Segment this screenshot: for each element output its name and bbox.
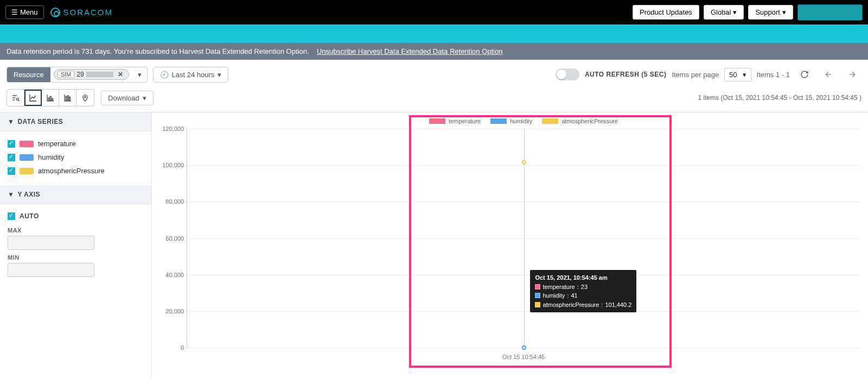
sidebar: ▼ DATA SERIES temperature humidity atmos… xyxy=(0,112,152,379)
menu-label: Menu xyxy=(20,8,38,16)
series-label: temperature xyxy=(38,140,76,148)
view-mode-group xyxy=(7,89,94,106)
notice-text: Data retention period is 731 days. You'r… xyxy=(7,47,309,55)
chart-tooltip: Oct 15, 2021, 10:54:45 am temperature: 2… xyxy=(530,270,636,312)
time-range-button[interactable]: 🕘 Last 24 hours ▾ xyxy=(153,67,229,83)
sim-value: 29 xyxy=(76,71,84,78)
highlight-annotation xyxy=(409,115,672,368)
topbar-right: Product Updates Global▾ Support▾ xyxy=(633,4,863,21)
refresh-icon xyxy=(800,70,809,79)
global-button[interactable]: Global▾ xyxy=(704,5,744,20)
auto-refresh-toggle[interactable] xyxy=(556,68,579,80)
list-search-icon xyxy=(11,93,20,102)
retention-notice: Data retention period is 731 days. You'r… xyxy=(0,43,868,60)
arrow-right-icon xyxy=(848,70,857,79)
view-stacked-chart-button[interactable] xyxy=(59,90,76,106)
view-map-button[interactable] xyxy=(76,90,94,106)
min-label: MIN xyxy=(8,254,144,261)
svg-rect-1 xyxy=(48,98,49,100)
data-series-body: temperature humidity atmosphericPressure xyxy=(0,131,151,185)
caret-down-icon: ▾ xyxy=(143,94,146,102)
download-button[interactable]: Download ▾ xyxy=(101,91,154,105)
redacted-value xyxy=(86,72,113,77)
brand-logo[interactable]: SORACOM xyxy=(50,8,113,17)
svg-rect-3 xyxy=(52,98,53,100)
stacked-chart-icon xyxy=(63,93,72,102)
pin-icon xyxy=(81,93,90,102)
next-page-button[interactable] xyxy=(843,65,861,84)
caret-down-icon: ▼ xyxy=(8,191,14,198)
items-range: Items 1 - 1 xyxy=(757,71,790,79)
y-axis-auto-row[interactable]: AUTO xyxy=(8,210,144,223)
y-axis-body: AUTO MAX MIN xyxy=(0,204,151,285)
data-series-header[interactable]: ▼ DATA SERIES xyxy=(0,112,151,131)
max-input[interactable] xyxy=(8,236,94,250)
prev-page-button[interactable] xyxy=(819,65,838,84)
remove-chip-icon[interactable]: ✕ xyxy=(116,71,125,78)
support-button[interactable]: Support▾ xyxy=(748,5,793,20)
items-summary: 1 items (Oct 15, 2021 10:54:45 - Oct 15,… xyxy=(698,94,861,102)
viewbar: Download ▾ 1 items (Oct 15, 2021 10:54:4… xyxy=(0,89,868,112)
min-input[interactable] xyxy=(8,263,94,277)
series-checkbox[interactable] xyxy=(8,154,15,161)
soracom-icon xyxy=(50,8,60,17)
sim-tag: SIM xyxy=(58,71,75,78)
auto-label: AUTO xyxy=(20,212,39,220)
account-chip[interactable] xyxy=(797,4,863,21)
series-checkbox[interactable] xyxy=(8,167,15,175)
tooltip-row-humidity: humidity: 41 xyxy=(535,291,631,300)
svg-rect-4 xyxy=(66,96,67,100)
series-row-humidity[interactable]: humidity xyxy=(8,150,144,164)
series-checkbox[interactable] xyxy=(8,140,15,148)
caret-down-icon: ▾ xyxy=(743,71,746,79)
tooltip-row-temperature: temperature: 23 xyxy=(535,282,631,292)
svg-rect-5 xyxy=(67,96,68,100)
caret-down-icon: ▼ xyxy=(8,118,14,125)
svg-rect-6 xyxy=(69,97,70,100)
caret-down-icon: ▾ xyxy=(733,8,737,16)
series-row-pressure[interactable]: atmosphericPressure xyxy=(8,164,144,178)
line-chart-icon xyxy=(29,93,37,102)
range-label: Last 24 hours xyxy=(172,71,215,79)
max-label: MAX xyxy=(8,227,144,234)
series-swatch xyxy=(20,154,34,161)
series-label: humidity xyxy=(38,153,64,161)
view-line-chart-button[interactable] xyxy=(24,90,42,106)
bar-chart-icon xyxy=(46,93,55,102)
content: ▼ DATA SERIES temperature humidity atmos… xyxy=(0,112,868,379)
refresh-button[interactable] xyxy=(795,65,814,84)
tooltip-timestamp: Oct 15, 2021, 10:54:45 am xyxy=(535,273,631,282)
caret-down-icon[interactable]: ▾ xyxy=(132,71,147,79)
view-search-button[interactable] xyxy=(7,90,24,106)
svg-rect-2 xyxy=(50,96,51,100)
unsubscribe-link[interactable]: Unsubscribe Harvest Data Extended Data R… xyxy=(317,47,503,55)
caret-down-icon: ▾ xyxy=(782,8,786,16)
series-swatch xyxy=(20,168,34,174)
page-title-bar xyxy=(0,24,868,43)
chart-wrapper: temperature humidity atmosphericPressure… xyxy=(187,118,860,368)
series-label: atmosphericPressure xyxy=(38,167,105,175)
hamburger-icon: ☰ xyxy=(11,8,18,16)
topbar: ☰ Menu SORACOM Product Updates Global▾ S… xyxy=(0,0,868,24)
product-updates-button[interactable]: Product Updates xyxy=(633,5,699,20)
resource-chip[interactable]: SIM 29 ✕ xyxy=(54,69,129,80)
toolbar: Resource SIM 29 ✕ ▾ 🕘 Last 24 hours ▾ AU… xyxy=(0,60,868,89)
resource-selector[interactable]: Resource SIM 29 ✕ ▾ xyxy=(7,67,148,83)
items-per-page-label: Items per page xyxy=(672,71,719,79)
menu-button[interactable]: ☰ Menu xyxy=(5,5,44,19)
items-per-page-select[interactable]: 50 ▾ xyxy=(724,68,751,81)
toolbar-left: Resource SIM 29 ✕ ▾ 🕘 Last 24 hours ▾ xyxy=(7,67,228,83)
series-row-temperature[interactable]: temperature xyxy=(8,137,144,150)
auto-refresh-label: AUTO REFRESH (5 SEC) xyxy=(585,71,666,78)
svg-point-0 xyxy=(16,98,18,100)
svg-point-7 xyxy=(85,96,86,98)
toolbar-right: AUTO REFRESH (5 SEC) Items per page 50 ▾… xyxy=(556,65,861,84)
view-bar-chart-button[interactable] xyxy=(42,90,59,106)
series-swatch xyxy=(20,141,34,147)
auto-checkbox[interactable] xyxy=(8,212,15,220)
topbar-left: ☰ Menu SORACOM xyxy=(5,5,113,19)
y-axis-header[interactable]: ▼ Y AXIS xyxy=(0,185,151,204)
brand-text: SORACOM xyxy=(63,8,113,17)
arrow-left-icon xyxy=(824,70,833,79)
resource-label: Resource xyxy=(7,67,50,82)
